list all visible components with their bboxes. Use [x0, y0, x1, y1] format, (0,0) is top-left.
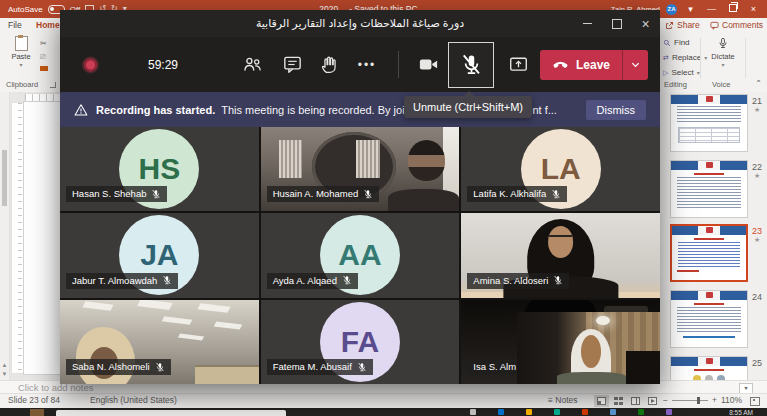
scroll-up-icon[interactable]: ▲ — [0, 362, 9, 368]
notes-toggle-button[interactable]: ≡ Notes — [548, 394, 578, 407]
slide-thumbnail-24[interactable] — [670, 290, 748, 348]
participant-tile-ayda[interactable]: AA Ayda A. Alqaed — [261, 213, 460, 297]
leave-button[interactable]: Leave — [540, 50, 622, 80]
slide-thumbnail-22[interactable] — [670, 160, 748, 218]
teams-close-button[interactable]: × — [631, 10, 660, 37]
reading-view-button[interactable] — [628, 395, 643, 407]
dictate-button[interactable]: Dictate ▾ — [706, 36, 740, 68]
participant-name: Husain A. Mohamed — [273, 188, 359, 199]
leave-options-button[interactable] — [622, 50, 648, 80]
participant-name: Jabur T. Almoawdah — [72, 275, 157, 286]
share-screen-button[interactable] — [506, 53, 530, 77]
chat-button[interactable] — [280, 53, 304, 77]
windows-taskbar: 8:55 AM — [0, 408, 767, 416]
slideshow-button[interactable] — [645, 395, 660, 407]
slide-thumbnail-25[interactable] — [670, 356, 748, 380]
raise-hand-button[interactable] — [317, 53, 341, 77]
clipboard-dialog-launcher[interactable] — [50, 82, 56, 88]
participant-tile-amina-video[interactable]: Amina S. Aldoseri — [461, 213, 660, 297]
taskbar-search-box[interactable] — [56, 410, 286, 416]
mic-toggle-button-focused[interactable] — [448, 42, 494, 88]
self-view-video[interactable] — [517, 312, 660, 384]
autosave-label: AutoSave — [8, 5, 43, 14]
tab-file[interactable]: File — [8, 18, 22, 33]
comments-button[interactable]: Comments — [710, 18, 763, 33]
scroll-down-icon[interactable]: ▼ — [0, 371, 9, 377]
teams-maximize-button[interactable] — [602, 10, 631, 37]
taskbar-app-icon[interactable] — [638, 409, 644, 415]
taskbar-app-icon[interactable] — [582, 409, 588, 415]
participant-tile-jabur[interactable]: JA Jabur T. Almoawdah — [60, 213, 259, 297]
normal-view-button[interactable] — [594, 395, 609, 407]
meeting-timer: 59:29 — [148, 58, 178, 72]
mic-muted-icon — [155, 362, 165, 372]
warning-icon — [74, 103, 88, 117]
taskbar-app-icon[interactable] — [666, 409, 672, 415]
zoom-in-button[interactable]: + — [712, 394, 717, 407]
account-avatar[interactable]: ZA — [666, 4, 677, 15]
participant-tile-hasan[interactable]: HS Hasan S. Shehab — [60, 127, 259, 211]
slide-thumbnail-panel: 21 ★ 22 ★ 23 ★ 24 — [659, 92, 767, 380]
share-button[interactable]: Share — [665, 18, 700, 33]
zoom-slider[interactable] — [672, 400, 708, 401]
slide-sorter-view-button[interactable] — [611, 395, 626, 407]
scrollbar-thumb[interactable] — [2, 150, 7, 206]
taskbar-app-icon[interactable] — [610, 409, 616, 415]
language-indicator[interactable]: English (United States) — [90, 394, 177, 407]
participant-name-label: Husain A. Mohamed — [267, 186, 380, 202]
meeting-title: دورة صياغة الملاحظات وإعداد التقارير الر… — [160, 17, 560, 30]
participant-name-label: Hasan S. Shehab — [66, 186, 167, 202]
taskbar-pinned-app-icon[interactable] — [30, 409, 44, 416]
teams-minimize-button[interactable] — [573, 10, 602, 37]
zoom-slider-thumb[interactable] — [697, 397, 700, 404]
taskbar-app-icon[interactable] — [498, 409, 504, 415]
participant-tile-latifa[interactable]: LA Latifa K. Alkhalifa — [461, 127, 660, 211]
ppt-minimize-button[interactable]: — — [704, 0, 719, 18]
participant-name: Ayda A. Alqaed — [273, 275, 337, 286]
participant-name: Saba N. Alshomeli — [72, 361, 150, 372]
taskbar-app-icon[interactable] — [526, 409, 532, 415]
ppt-close-button[interactable]: × — [746, 0, 761, 18]
mic-muted-icon — [342, 275, 352, 285]
participant-name: Amina S. Aldoseri — [473, 275, 548, 286]
participant-tile-fatema[interactable]: FA Fatema M. Abusaif — [261, 300, 460, 384]
participant-tile-saba-video[interactable]: Saba N. Alshomeli — [60, 300, 259, 384]
banner-title: Recording has started. — [96, 104, 215, 116]
animation-star-icon: ★ — [754, 172, 760, 180]
teams-titlebar[interactable]: دورة صياغة الملاحظات وإعداد التقارير الر… — [60, 10, 660, 37]
dictate-mic-icon — [717, 36, 729, 50]
zoom-out-button[interactable]: − — [663, 394, 668, 407]
copy-icon: ⎚ — [40, 50, 48, 63]
find-button[interactable]: Find — [663, 38, 690, 47]
ribbon-display-options-icon[interactable]: ▾ — [683, 0, 698, 18]
vertical-scrollbar[interactable]: ▲ ▼ — [0, 92, 10, 380]
clipboard-mini-buttons[interactable]: ✂ ⎚ — [40, 37, 48, 71]
participant-name: Isa S. Alm — [473, 361, 516, 372]
thumb-table — [678, 127, 740, 143]
slide-thumbnail-21[interactable] — [670, 94, 748, 152]
participant-name-label: Amina S. Aldoseri — [467, 273, 569, 289]
voice-group-label: Voice — [712, 80, 730, 89]
slide-number: 25 — [752, 358, 762, 368]
paste-button[interactable]: Paste ▾ — [6, 36, 36, 68]
powerpoint-statusbar: Slide 23 of 84 English (United States) ≡… — [0, 393, 767, 408]
collapse-ribbon-icon[interactable]: ⌃ — [755, 79, 762, 88]
zoom-percent[interactable]: 110% — [721, 394, 742, 407]
camera-toggle-button[interactable] — [416, 53, 440, 77]
chat-icon — [282, 54, 303, 75]
more-actions-button[interactable]: ••• — [355, 53, 379, 77]
slide-thumbnail-23-selected[interactable] — [670, 224, 748, 282]
taskbar-clock: 8:55 AM — [729, 409, 753, 416]
dismiss-button[interactable]: Dismiss — [586, 100, 647, 120]
find-icon — [663, 39, 671, 47]
thumb-header — [671, 95, 747, 104]
participant-tile-husain-video[interactable]: Husain A. Mohamed — [261, 127, 460, 211]
taskbar-app-icon[interactable] — [470, 409, 476, 415]
participant-name-label: Ayda A. Alqaed — [267, 273, 358, 289]
show-participants-button[interactable] — [240, 53, 264, 77]
fit-slide-to-window-icon[interactable] — [750, 397, 760, 406]
taskbar-app-icon[interactable] — [554, 409, 560, 415]
select-button[interactable]: ▷ Select▾ — [663, 68, 700, 77]
participant-name: Hasan S. Shehab — [72, 188, 146, 199]
ppt-restore-button[interactable] — [725, 0, 740, 18]
